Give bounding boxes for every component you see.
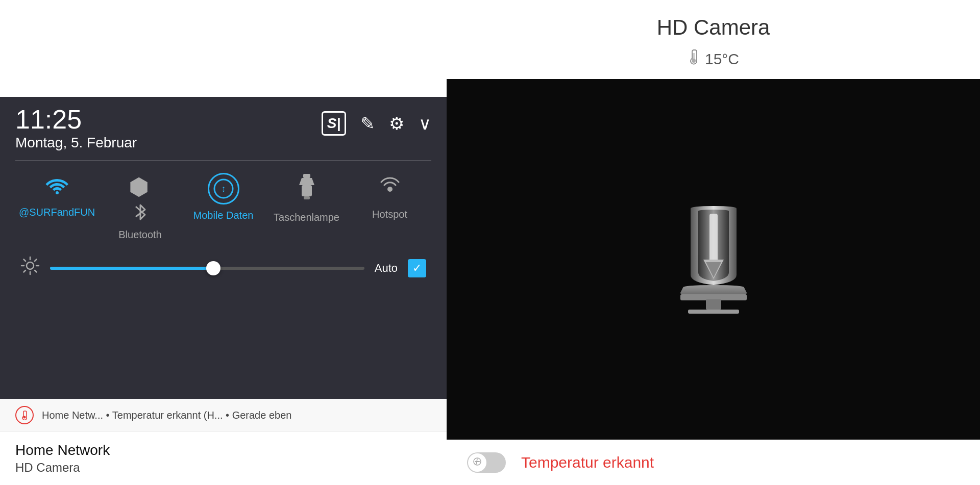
flashlight-icon — [295, 173, 318, 207]
hotspot-label: Hotspot — [372, 209, 407, 220]
camera-title: HD Camera — [447, 15, 980, 40]
notif-preview-bar[interactable]: Home Netw... • Temperatur erkannt (H... … — [0, 399, 447, 432]
volume-down-icon — [673, 203, 754, 316]
thermometer-icon — [688, 49, 700, 69]
notif-temp-icon — [15, 406, 34, 424]
toggle-bluetooth[interactable]: ⬢ Bluetooth — [99, 173, 182, 241]
mobile-data-icon: ↕ — [208, 173, 239, 205]
edit-icon[interactable]: ✎ — [360, 113, 375, 134]
temp-erkannt-label: Temperatur erkannt — [521, 454, 654, 471]
brightness-row: Auto ✓ — [15, 256, 431, 280]
svg-rect-23 — [688, 310, 739, 314]
mute-toggle[interactable] — [467, 452, 506, 473]
slider-thumb — [206, 261, 220, 275]
collapse-icon[interactable]: ∨ — [419, 113, 431, 134]
svg-line-12 — [35, 270, 37, 272]
svg-line-13 — [35, 260, 37, 262]
svg-rect-16 — [692, 53, 695, 59]
wifi-icon — [45, 173, 69, 201]
svg-point-6 — [27, 262, 34, 269]
toggle-hotspot[interactable]: Hotspot — [348, 173, 431, 241]
svg-rect-2 — [303, 174, 310, 178]
slider-fill — [50, 267, 213, 270]
auto-checkbox[interactable]: ✓ — [408, 259, 426, 277]
svg-point-5 — [387, 187, 393, 192]
temperature-value: 15°C — [705, 50, 739, 68]
notification-bar: 11:25 Montag, 5. Februar S| ✎ ⚙ ∨ — [0, 97, 447, 399]
notif-preview-text: Home Netw... • Temperatur erkannt (H... … — [42, 410, 291, 421]
hotspot-icon — [377, 173, 403, 203]
toggle-wifi[interactable]: @SURFandFUN — [15, 173, 99, 241]
toggle-mobile-data[interactable]: ↕ Mobile Daten — [182, 173, 265, 241]
left-panel: 11:25 Montag, 5. Februar S| ✎ ⚙ ∨ — [0, 0, 447, 485]
svg-line-26 — [476, 459, 477, 464]
quick-toggles: @SURFandFUN ⬢ Bluetooth ↕ Mobile Daten — [15, 173, 431, 241]
bluetooth-icon: ⬢ — [129, 173, 152, 224]
mute-x-icon — [473, 457, 482, 469]
toggle-flashlight[interactable]: Taschenlampe — [265, 173, 348, 241]
notif-item-1-title: Home Network — [15, 442, 431, 458]
notification-section: Home Netw... • Temperatur erkannt (H... … — [0, 399, 447, 485]
svg-line-11 — [24, 260, 26, 262]
notif-items-list: Home Network HD Camera — [0, 432, 447, 485]
flashlight-label: Taschenlampe — [274, 212, 339, 223]
notif-header: 11:25 Montag, 5. Februar S| ✎ ⚙ ∨ — [15, 106, 431, 151]
auto-label: Auto — [375, 262, 398, 275]
svg-point-15 — [23, 416, 26, 419]
time-section: 11:25 Montag, 5. Februar — [15, 106, 137, 151]
top-white-space — [0, 0, 447, 97]
divider — [15, 160, 431, 161]
settings-icon[interactable]: ⚙ — [389, 113, 404, 134]
right-panel: HD Camera 15°C — [447, 0, 980, 485]
clock-date: Montag, 5. Februar — [15, 135, 137, 151]
camera-view — [447, 79, 980, 440]
mute-toggle-track[interactable] — [467, 452, 506, 473]
samsung-icon[interactable]: S| — [322, 111, 346, 136]
header-icons: S| ✎ ⚙ ∨ — [322, 106, 431, 136]
right-bottom: Temperatur erkannt — [447, 440, 980, 485]
right-top: HD Camera 15°C — [447, 0, 980, 79]
svg-rect-3 — [302, 185, 312, 196]
svg-text:↕: ↕ — [221, 184, 226, 194]
mute-toggle-thumb — [468, 453, 486, 472]
temp-row: 15°C — [447, 49, 980, 69]
notif-item-2-title: HD Camera — [15, 461, 431, 475]
svg-rect-4 — [304, 196, 310, 199]
clock-time: 11:25 — [15, 106, 137, 133]
mobile-data-label: Mobile Daten — [193, 210, 254, 221]
wifi-label: @SURFandFUN — [19, 207, 95, 218]
brightness-icon — [20, 256, 40, 280]
brightness-slider[interactable] — [50, 267, 364, 270]
svg-point-17 — [692, 59, 696, 63]
slider-track — [50, 267, 364, 270]
svg-line-14 — [24, 270, 26, 272]
svg-rect-22 — [706, 299, 721, 310]
bluetooth-label: Bluetooth — [118, 229, 162, 241]
